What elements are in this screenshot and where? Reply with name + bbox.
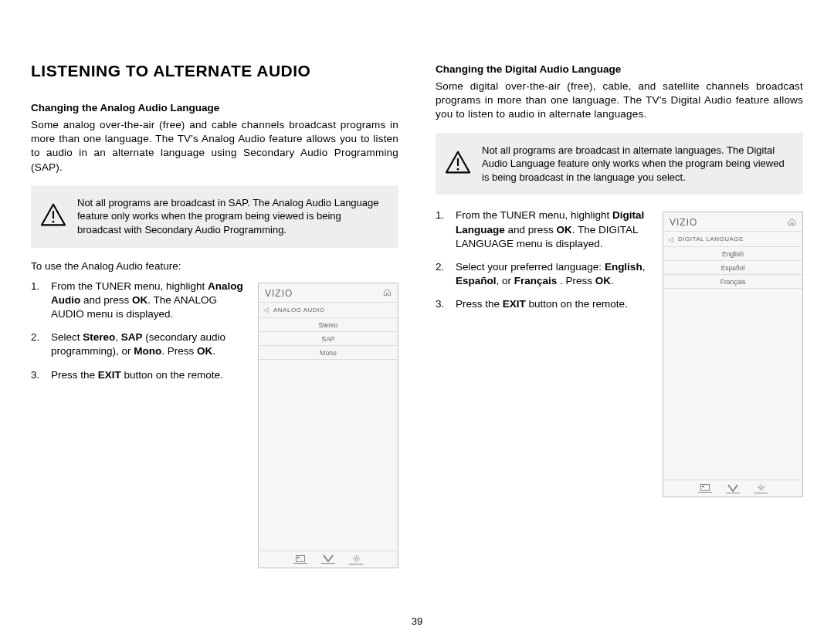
svg-rect-10 [702, 486, 704, 487]
right-steps-list: 1. From the TUNER menu, highlight Digita… [436, 208, 652, 497]
digital-menu-item: Français [663, 275, 802, 289]
analog-menu-title: ANALOG AUDIO [273, 307, 324, 314]
right-note-text: Not all programs are broadcast in altern… [482, 144, 792, 185]
back-icon: ◁ [263, 306, 269, 314]
left-step-1: 1. From the TUNER menu, highlight Analog… [31, 280, 247, 322]
left-subhead: Changing the Analog Audio Language [31, 102, 398, 114]
left-steps-block: 1. From the TUNER menu, highlight Analog… [31, 280, 398, 568]
analog-audio-menu-screenshot: VIZIO ◁ ANALOG AUDIO Stereo SAP Mono [258, 283, 398, 568]
svg-point-11 [759, 486, 762, 490]
svg-point-2 [53, 221, 55, 223]
page-columns: LISTENING TO ALTERNATE AUDIO Changing th… [31, 62, 803, 568]
page-number: 39 [0, 615, 834, 627]
analog-menu-item: SAP [259, 332, 398, 346]
gear-icon [754, 483, 768, 493]
svg-rect-9 [701, 485, 710, 491]
left-step-2: 2. Select Stereo, SAP (secondary audio p… [31, 330, 247, 358]
cc-icon [293, 555, 307, 564]
analog-menu-item: Stereo [259, 318, 398, 332]
right-intro: Some digital over-the-air (free), cable,… [436, 80, 803, 122]
back-icon: ◁ [668, 236, 673, 243]
left-column: LISTENING TO ALTERNATE AUDIO Changing th… [31, 62, 398, 568]
tv-footer-icons [663, 480, 802, 497]
gear-icon [349, 554, 363, 564]
left-note-text: Not all programs are broadcast in SAP. T… [77, 196, 388, 237]
vizio-v-icon [321, 554, 335, 564]
analog-menu-item: Mono [259, 346, 398, 360]
right-step-1: 1. From the TUNER menu, highlight Digita… [436, 208, 652, 251]
left-note-box: Not all programs are broadcast in SAP. T… [31, 185, 398, 248]
warning-icon [40, 203, 66, 229]
tv-brand-logo: VIZIO [265, 288, 293, 299]
svg-point-5 [354, 557, 358, 560]
cc-icon [698, 484, 712, 493]
vizio-v-icon [726, 484, 740, 493]
right-step-2: 2. Select your preferred language: Engli… [436, 260, 652, 288]
warning-icon [445, 151, 471, 177]
digital-language-menu-screenshot: VIZIO ◁ DIGITAL LANGUAGE English Español… [663, 212, 803, 497]
left-intro: Some analog over-the-air (free) and cabl… [31, 118, 398, 175]
left-step-3: 3. Press the EXIT button on the remote. [31, 368, 247, 382]
digital-menu-item: English [663, 247, 802, 261]
left-steps-list: 1. From the TUNER menu, highlight Analog… [31, 280, 247, 568]
left-lead: To use the Analog Audio feature: [31, 260, 398, 272]
right-step-3: 3. Press the EXIT button on the remote. [436, 297, 652, 311]
digital-menu-title: DIGITAL LANGUAGE [678, 236, 744, 242]
right-note-box: Not all programs are broadcast in altern… [436, 133, 803, 195]
svg-rect-4 [297, 557, 300, 558]
section-title: LISTENING TO ALTERNATE AUDIO [31, 62, 398, 80]
right-steps-block: 1. From the TUNER menu, highlight Digita… [436, 208, 803, 497]
svg-point-8 [457, 168, 459, 171]
digital-menu-item: Español [663, 261, 802, 275]
tv-footer-icons [259, 551, 398, 568]
home-icon [788, 218, 796, 228]
svg-rect-3 [297, 555, 305, 561]
home-icon [383, 288, 392, 298]
right-column: Changing the Digital Audio Language Some… [436, 62, 803, 568]
right-subhead: Changing the Digital Audio Language [436, 63, 803, 75]
tv-brand-logo: VIZIO [670, 217, 697, 228]
